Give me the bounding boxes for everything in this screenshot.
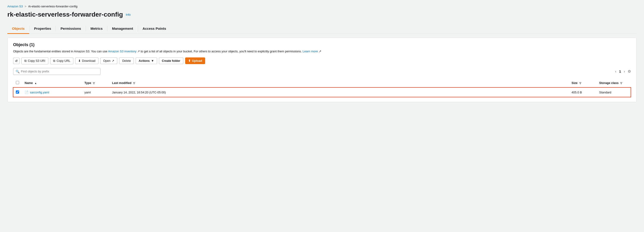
file-modified: January 14, 2022, 16:54:20 (UTC-05:00) [112,91,166,94]
row-name-cell: 📄 sarconfig.yaml [22,87,82,97]
col-modified-label: Last modified [112,81,132,85]
objects-title: Objects (1) [13,42,631,47]
search-icon: 🔍 [16,70,20,73]
tab-permissions[interactable]: Permissions [56,24,86,34]
tab-objects[interactable]: Objects [7,24,29,34]
tab-properties[interactable]: Properties [30,24,56,34]
file-storage-class: Standard [599,91,611,94]
refresh-button[interactable]: ↺ [13,58,20,64]
upload-icon: ⬆ [188,59,191,62]
external-link-icon: ↗ [137,50,140,53]
description-prefix: Objects are the fundamental entities sto… [13,50,108,53]
col-name-sort-icon: ▲ [34,82,37,84]
file-size: 405.0 B [572,91,582,94]
download-label: Download [82,59,96,62]
current-page: 1 [619,70,621,73]
tab-access-points[interactable]: Access Points [138,24,171,34]
tabs: Objects Properties Permissions Metrics M… [7,24,637,34]
row-modified-cell: January 14, 2022, 16:54:20 (UTC-05:00) [109,87,569,97]
copy-url-label: Copy URL [56,59,70,62]
row-type-cell: yaml [82,87,109,97]
copy-url-icon: ⧉ [53,59,55,63]
col-type-label: Type [84,81,91,85]
prev-page-button[interactable]: ‹ [614,68,617,74]
page-title: rk-elastic-serverless-forwarder-config [7,11,123,18]
col-storage-label: Storage class [599,81,619,85]
file-icon: 📄 [24,90,28,94]
copy-s3-uri-label: Copy S3 URI [28,59,45,62]
description-middle: to get a list of all objects in your buc… [140,50,302,53]
col-size-sort-icon: ▽ [579,82,581,84]
table-header-row: Name ▲ Type ▽ Last modified ▽ Size ▽ [13,79,631,87]
objects-card: Objects (1) Objects are the fundamental … [7,38,637,102]
actions-button[interactable]: Actions ▼ [136,57,157,64]
row-size-cell: 405.0 B [569,87,596,97]
col-storage-sort-icon: ▽ [620,82,622,84]
header-checkbox-cell [13,79,22,87]
delete-button[interactable]: Delete [119,57,134,64]
open-button[interactable]: Open ↗ [100,57,118,64]
upload-label: Upload [192,59,202,62]
copy-s3-uri-button[interactable]: ⧉ Copy S3 URI [22,57,48,64]
toolbar: ↺ ⧉ Copy S3 URI ⧉ Copy URL ⬇ Download Op… [13,57,631,64]
col-size-label: Size [572,81,578,85]
table-row: 📄 sarconfig.yaml yaml January 14, 2022, … [13,87,631,97]
next-page-button[interactable]: › [623,68,626,74]
col-header-storage[interactable]: Storage class ▽ [596,79,631,87]
pagination-row: ‹ 1 › ⚙ [614,68,631,74]
page-header: rk-elastic-serverless-forwarder-config I… [7,11,637,18]
actions-label: Actions [139,59,150,62]
search-row: 🔍 ‹ 1 › ⚙ [13,68,631,75]
breadcrumb: Amazon S3 > rk-elastic-serverless-forwar… [7,5,637,8]
select-all-checkbox[interactable] [16,81,19,84]
objects-description: Objects are the fundamental entities sto… [13,49,631,54]
download-button[interactable]: ⬇ Download [75,57,98,64]
tab-management[interactable]: Management [108,24,138,34]
file-type: yaml [84,91,90,94]
create-folder-label: Create folder [162,59,180,62]
col-header-size[interactable]: Size ▽ [569,79,596,87]
open-label: Open [103,59,111,62]
col-header-type[interactable]: Type ▽ [82,79,109,87]
learn-more-external-icon: ↗ [319,50,321,53]
col-header-modified[interactable]: Last modified ▽ [109,79,569,87]
info-link[interactable]: Info [126,13,131,16]
col-name-label: Name [24,81,33,85]
search-box[interactable]: 🔍 [13,68,100,75]
download-icon: ⬇ [78,59,81,62]
s3-inventory-link[interactable]: Amazon S3 inventory [108,50,136,53]
create-folder-button[interactable]: Create folder [159,57,183,64]
row-checkbox[interactable] [16,90,19,94]
upload-button[interactable]: ⬆ Upload [185,57,205,64]
breadcrumb-current: rk-elastic-serverless-forwarder-config [28,5,78,8]
breadcrumb-parent-link[interactable]: Amazon S3 [7,5,23,8]
learn-more-link[interactable]: Learn more [303,50,318,53]
breadcrumb-separator: > [24,5,26,8]
delete-label: Delete [122,59,131,62]
file-name: sarconfig.yaml [30,91,49,94]
copy-url-button[interactable]: ⧉ Copy URL [50,57,73,64]
row-checkbox-cell [13,87,22,97]
row-storage-cell: Standard [596,87,631,97]
table-body: 📄 sarconfig.yaml yaml January 14, 2022, … [13,87,631,97]
objects-table: Name ▲ Type ▽ Last modified ▽ Size ▽ [13,79,631,97]
search-input[interactable] [21,70,98,73]
col-header-name[interactable]: Name ▲ [22,79,82,87]
col-type-sort-icon: ▽ [93,82,95,84]
settings-button[interactable]: ⚙ [628,69,631,74]
file-link[interactable]: 📄 sarconfig.yaml [24,90,79,94]
actions-chevron-icon: ▼ [151,59,154,62]
open-external-icon: ↗ [112,59,114,62]
copy-s3-uri-icon: ⧉ [24,59,26,63]
col-modified-sort-icon: ▽ [133,82,135,84]
tab-metrics[interactable]: Metrics [86,24,107,34]
